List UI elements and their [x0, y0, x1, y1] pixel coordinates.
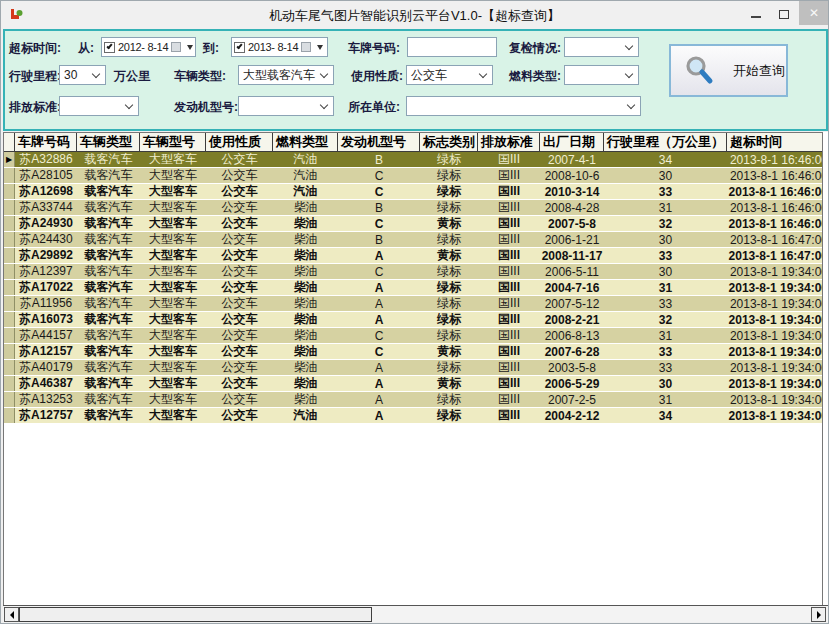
minimize-button[interactable]	[743, 1, 769, 25]
table-cell: 苏A11956	[15, 296, 77, 311]
row-selector-arrow[interactable]: ▶	[4, 152, 15, 167]
row-header-cell[interactable]	[4, 248, 15, 263]
scroll-right-button[interactable]	[811, 607, 826, 622]
table-row[interactable]: 苏A11956载客汽车大型客车公交车柴油A绿标国III2007-5-123320…	[4, 296, 822, 312]
table-row[interactable]: 苏A24430载客汽车大型客车公交车柴油B绿标国III2006-1-213020…	[4, 232, 822, 248]
fuel-select[interactable]	[564, 65, 639, 85]
table-cell: 大型客车	[140, 280, 206, 295]
table-cell: 国III	[478, 264, 540, 279]
date-to[interactable]: ✓ 2013- 8-14	[231, 37, 328, 57]
dropdown-arrow-icon[interactable]	[317, 45, 323, 50]
column-header[interactable]: 行驶里程（万公里）	[604, 133, 727, 151]
table-cell: 2007-5-12	[540, 296, 604, 311]
table-cell: 公交车	[206, 376, 273, 391]
table-row[interactable]: 苏A29892载客汽车大型客车公交车柴油A黄标国III2008-11-17332…	[4, 248, 822, 264]
search-button[interactable]: 开始查询	[669, 44, 788, 97]
table-cell: 载客汽车	[77, 200, 140, 215]
table-cell: 载客汽车	[77, 152, 140, 167]
horizontal-scrollbar[interactable]	[3, 605, 828, 622]
column-header[interactable]: 出厂日期	[540, 133, 604, 151]
search-button-label: 开始查询	[733, 62, 785, 80]
row-header-cell[interactable]	[4, 264, 15, 279]
table-cell: 汽油	[273, 184, 338, 199]
plate-input[interactable]	[407, 37, 497, 57]
row-header-cell[interactable]	[4, 168, 15, 183]
column-header[interactable]: 车牌号码	[15, 133, 77, 151]
table-row[interactable]: 苏A40179载客汽车大型客车公交车柴油A绿标国III2003-5-833201…	[4, 360, 822, 376]
table-cell: A	[338, 408, 420, 423]
row-header-cell[interactable]	[4, 344, 15, 359]
recheck-select[interactable]	[564, 37, 639, 57]
table-cell: 2013-8-1 19:34:00	[727, 280, 823, 295]
table-row[interactable]: ▶苏A32886载客汽车大型客车公交车汽油B绿标国III2007-4-13420…	[4, 152, 822, 168]
table-cell: 大型客车	[140, 344, 206, 359]
table-cell: 大型客车	[140, 248, 206, 263]
table-cell: 柴油	[273, 264, 338, 279]
row-header-cell[interactable]	[4, 360, 15, 375]
row-header-cell[interactable]	[4, 280, 15, 295]
scroll-left-button[interactable]	[4, 607, 19, 622]
scrollbar-thumb[interactable]	[19, 607, 372, 622]
table-row[interactable]: 苏A17022载客汽车大型客车公交车柴油A绿标国III2004-7-163120…	[4, 280, 822, 296]
table-row[interactable]: 苏A12397载客汽车大型客车公交车柴油C绿标国III2006-5-113020…	[4, 264, 822, 280]
table-cell: 大型客车	[140, 360, 206, 375]
table-row[interactable]: 苏A16073载客汽车大型客车公交车柴油A绿标国III2008-2-213220…	[4, 312, 822, 328]
table-row[interactable]: 苏A12698载客汽车大型客车公交车汽油C绿标国III2010-3-143320…	[4, 184, 822, 200]
row-header-cell[interactable]	[4, 232, 15, 247]
label-fuel: 燃料类型:	[509, 68, 561, 85]
vehicle-type-select[interactable]: 大型载客汽车	[238, 65, 334, 85]
row-header-cell[interactable]	[4, 328, 15, 343]
table-cell: 汽油	[273, 152, 338, 167]
table-cell: 2007-6-28	[540, 344, 604, 359]
table-row[interactable]: 苏A13253载客汽车大型客车公交车柴油A绿标国III2007-2-531201…	[4, 392, 822, 408]
column-header[interactable]: 排放标准	[478, 133, 540, 151]
row-header-cell[interactable]	[4, 392, 15, 407]
table-row[interactable]: 苏A28105载客汽车大型客车公交车汽油C绿标国III2008-10-63020…	[4, 168, 822, 184]
column-header[interactable]: 使用性质	[206, 133, 273, 151]
table-row[interactable]: 苏A33744载客汽车大型客车公交车柴油B绿标国III2008-4-283120…	[4, 200, 822, 216]
date-from[interactable]: ✓ 2012- 8-14	[101, 37, 196, 57]
column-header[interactable]: 标志类别	[420, 133, 478, 151]
table-cell: 2006-8-13	[540, 328, 604, 343]
table-row[interactable]: 苏A12757载客汽车大型客车公交车汽油A绿标国III2004-2-123420…	[4, 408, 822, 424]
table-cell: 2004-2-12	[540, 408, 604, 423]
table-cell: 大型客车	[140, 200, 206, 215]
table-row[interactable]: 苏A12157载客汽车大型客车公交车柴油C黄标国III2007-6-283320…	[4, 344, 822, 360]
row-header-cell[interactable]	[4, 312, 15, 327]
row-header-cell[interactable]	[4, 200, 15, 215]
table-cell: 载客汽车	[77, 408, 140, 423]
row-header-cell[interactable]	[4, 408, 15, 423]
table-cell: 国III	[478, 216, 540, 231]
table-cell: 31	[604, 392, 727, 407]
table-cell: 国III	[478, 184, 540, 199]
date-to-checkbox[interactable]: ✓	[234, 42, 245, 53]
row-header-cell[interactable]	[4, 216, 15, 231]
table-cell: 2006-5-29	[540, 376, 604, 391]
date-from-checkbox[interactable]: ✓	[104, 42, 115, 53]
calendar-icon[interactable]	[301, 42, 311, 52]
emission-select[interactable]	[59, 96, 139, 116]
row-header-cell[interactable]	[4, 376, 15, 391]
column-header[interactable]: 发动机型号	[338, 133, 420, 151]
maximize-button[interactable]	[771, 1, 797, 25]
column-header[interactable]: 超标时间	[727, 133, 823, 151]
dropdown-arrow-icon[interactable]	[187, 45, 193, 50]
table-row[interactable]: 苏A24930载客汽车大型客车公交车柴油C黄标国III2007-5-832201…	[4, 216, 822, 232]
column-header[interactable]: 燃料类型	[273, 133, 338, 151]
calendar-icon[interactable]	[171, 42, 181, 52]
unit-select[interactable]	[406, 96, 641, 116]
row-header-cell[interactable]	[4, 184, 15, 199]
table-cell: 苏A12757	[15, 408, 77, 423]
engine-select[interactable]	[238, 96, 334, 116]
row-header-cell[interactable]	[4, 296, 15, 311]
mileage-select[interactable]: 30	[59, 65, 106, 85]
usage-select[interactable]: 公交车	[406, 65, 493, 85]
table-row[interactable]: 苏A46387载客汽车大型客车公交车柴油A黄标国III2006-5-293020…	[4, 376, 822, 392]
table-cell: 载客汽车	[77, 232, 140, 247]
table-cell: 汽油	[273, 168, 338, 183]
table-row[interactable]: 苏A44157载客汽车大型客车公交车柴油C绿标国III2006-8-133120…	[4, 328, 822, 344]
table-cell: 31	[604, 328, 727, 343]
close-button[interactable]: ✕	[799, 1, 829, 25]
column-header[interactable]: 车辆型号	[140, 133, 206, 151]
column-header[interactable]: 车辆类型	[77, 133, 140, 151]
